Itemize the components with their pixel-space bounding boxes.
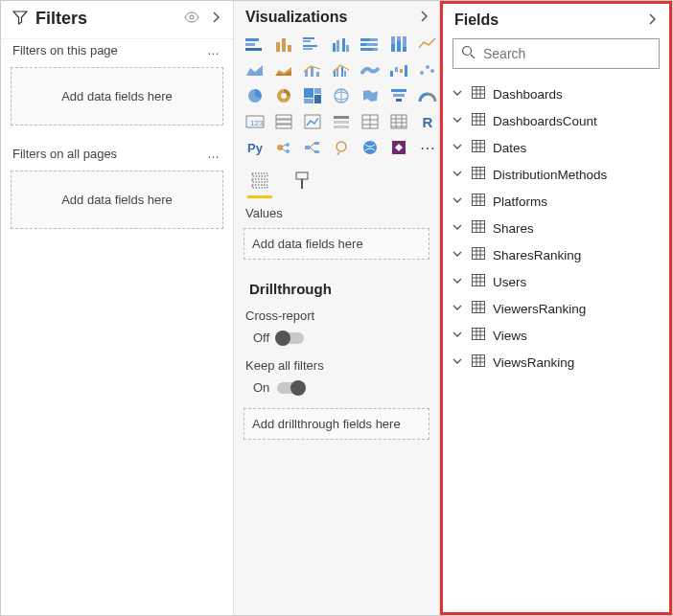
svg-point-82 xyxy=(363,141,377,154)
funnel-chart-icon[interactable] xyxy=(387,85,410,106)
card-icon[interactable]: 123 xyxy=(244,111,267,132)
fields-search-input[interactable] xyxy=(483,46,651,61)
filters-page-more-icon[interactable]: … xyxy=(203,43,223,57)
svg-rect-22 xyxy=(391,44,395,52)
svg-rect-13 xyxy=(342,38,345,52)
svg-rect-34 xyxy=(390,71,393,77)
cross-report-toggle[interactable] xyxy=(277,332,304,344)
stacked-column-chart-icon[interactable] xyxy=(272,34,295,55)
line-clustered-column-chart-icon[interactable] xyxy=(330,59,353,80)
field-table-item[interactable]: Shares xyxy=(449,215,663,241)
svg-rect-141 xyxy=(473,355,485,367)
treemap-chart-icon[interactable] xyxy=(301,85,324,106)
svg-rect-3 xyxy=(245,48,262,51)
table-icon xyxy=(472,113,487,128)
filters-pane: Filters Filters on this page … Add data … xyxy=(1,1,234,615)
filters-page-section-label: Filters on this page xyxy=(12,43,203,57)
filters-all-dropzone[interactable]: Add data fields here xyxy=(11,171,223,229)
collapse-viz-icon[interactable] xyxy=(416,11,431,25)
hundred-stacked-column-chart-icon[interactable] xyxy=(387,34,410,55)
values-label: Values xyxy=(234,200,439,224)
area-chart-icon[interactable] xyxy=(244,59,267,80)
svg-rect-10 xyxy=(303,48,313,50)
svg-line-80 xyxy=(310,148,314,151)
filters-all-more-icon[interactable]: … xyxy=(203,147,223,161)
chevron-down-icon xyxy=(453,222,466,234)
svg-rect-54 xyxy=(276,115,291,119)
decomposition-tree-icon[interactable] xyxy=(301,137,324,158)
cross-report-label: Cross-report xyxy=(234,305,439,327)
key-influencers-icon[interactable] xyxy=(272,137,295,158)
line-stacked-column-chart-icon[interactable] xyxy=(301,59,324,80)
field-table-name: SharesRanking xyxy=(493,248,581,262)
svg-line-79 xyxy=(310,143,314,148)
arcgis-map-icon[interactable] xyxy=(359,137,382,158)
waterfall-chart-icon[interactable] xyxy=(387,59,410,80)
chevron-down-icon xyxy=(453,330,466,341)
svg-text:123: 123 xyxy=(250,119,264,127)
scatter-chart-icon[interactable] xyxy=(416,59,439,80)
field-table-item[interactable]: Dates xyxy=(449,134,663,161)
table-icon[interactable] xyxy=(359,111,382,132)
pie-chart-icon[interactable] xyxy=(244,85,267,106)
svg-rect-77 xyxy=(314,142,319,145)
svg-rect-101 xyxy=(473,141,485,152)
filter-icon xyxy=(12,10,28,28)
collapse-fields-icon[interactable] xyxy=(644,13,660,28)
table-icon xyxy=(472,328,487,343)
show-hide-icon[interactable] xyxy=(183,11,200,26)
svg-rect-20 xyxy=(373,48,378,51)
field-table-item[interactable]: DistributionMethods xyxy=(449,161,663,188)
r-script-visual-icon[interactable]: R xyxy=(416,111,439,132)
keep-filters-label: Keep all filters xyxy=(234,354,439,376)
format-tab-icon[interactable] xyxy=(290,171,314,198)
field-table-item[interactable]: Dashboards xyxy=(449,80,663,107)
filters-page-dropzone[interactable]: Add data fields here xyxy=(11,67,223,125)
chevron-down-icon xyxy=(453,356,466,368)
collapse-filters-icon[interactable] xyxy=(208,11,223,26)
kpi-icon[interactable] xyxy=(301,111,324,132)
field-table-name: DashboardsCount xyxy=(493,114,597,128)
fields-search[interactable] xyxy=(453,38,660,69)
fields-tab-icon[interactable] xyxy=(247,171,272,198)
chevron-down-icon xyxy=(453,142,466,153)
table-icon xyxy=(472,86,487,102)
field-table-item[interactable]: Views xyxy=(449,322,663,349)
python-visual-icon[interactable]: Py xyxy=(244,137,267,158)
chevron-down-icon xyxy=(453,169,466,180)
map-icon[interactable] xyxy=(330,85,353,106)
hundred-stacked-bar-chart-icon[interactable] xyxy=(359,34,382,55)
multi-row-card-icon[interactable] xyxy=(272,111,295,132)
matrix-icon[interactable] xyxy=(387,111,410,132)
field-table-item[interactable]: ViewsRanking xyxy=(449,349,663,376)
power-apps-icon[interactable] xyxy=(387,137,410,158)
field-table-item[interactable]: Platforms xyxy=(449,188,663,215)
qa-visual-icon[interactable] xyxy=(330,137,353,158)
more-visuals-icon[interactable]: ⋯ xyxy=(416,137,439,158)
values-dropzone[interactable]: Add data fields here xyxy=(244,228,429,260)
stacked-area-chart-icon[interactable] xyxy=(272,59,295,80)
ribbon-chart-icon[interactable] xyxy=(359,59,382,80)
chevron-down-icon xyxy=(453,276,466,287)
clustered-bar-chart-icon[interactable] xyxy=(301,34,324,55)
line-chart-icon[interactable] xyxy=(416,34,439,55)
table-icon xyxy=(472,140,487,155)
slicer-icon[interactable] xyxy=(330,111,353,132)
gauge-chart-icon[interactable] xyxy=(416,85,439,106)
drillthrough-dropzone[interactable]: Add drillthrough fields here xyxy=(244,408,429,440)
stacked-bar-chart-icon[interactable] xyxy=(244,34,267,55)
svg-rect-50 xyxy=(393,94,405,97)
field-table-item[interactable]: ViewersRanking xyxy=(449,295,663,322)
filled-map-icon[interactable] xyxy=(359,85,382,106)
field-table-item[interactable]: DashboardsCount xyxy=(449,107,663,134)
field-table-item[interactable]: SharesRanking xyxy=(449,241,663,268)
svg-line-75 xyxy=(282,148,286,151)
chevron-down-icon xyxy=(453,249,466,261)
svg-rect-58 xyxy=(334,116,349,119)
visualization-gallery: 123 R Py ⋯ xyxy=(234,32,439,166)
field-table-item[interactable]: Users xyxy=(449,268,663,295)
keep-filters-toggle[interactable] xyxy=(277,382,304,394)
svg-rect-116 xyxy=(473,221,485,233)
donut-chart-icon[interactable] xyxy=(272,85,295,106)
clustered-column-chart-icon[interactable] xyxy=(330,34,353,55)
